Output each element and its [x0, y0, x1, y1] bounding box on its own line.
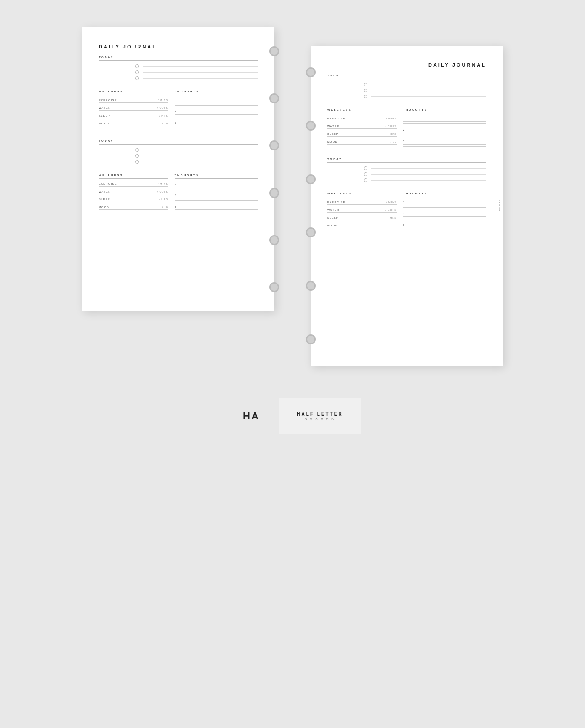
checkbox-line	[371, 168, 486, 169]
thought-item-1: 1	[403, 117, 486, 124]
wellness-row-water: WATER / CUPS	[327, 125, 397, 129]
left-section-1: TODAY WELLNESS	[99, 56, 258, 133]
ring	[306, 121, 316, 131]
thoughts-label: THOUGHTS	[403, 108, 486, 111]
spine-text: FANNA	[499, 200, 501, 212]
checkbox-circle	[364, 166, 367, 170]
checkbox-circle	[364, 178, 367, 182]
left-wellness-1: WELLNESS EXERCISE / MINS WATER / CUPS SL…	[99, 86, 168, 133]
left-page: DAILY JOURNAL TODAY	[82, 27, 274, 311]
right-thoughts-1: THOUGHTS 1 2 3	[403, 104, 486, 151]
thoughts-label: THOUGHTS	[175, 90, 258, 93]
checkbox-circle	[364, 172, 367, 176]
right-section-1: TODAY WELLNESS	[327, 74, 486, 151]
wellness-label: WELLNESS	[327, 192, 397, 195]
wellness-label: WELLNESS	[99, 174, 168, 177]
thoughts-label: THOUGHTS	[175, 174, 258, 177]
checkbox-circle	[135, 148, 139, 152]
ring	[306, 174, 316, 184]
left-two-col-2: WELLNESS EXERCISE / MINS WATER / CUPS SL…	[99, 169, 258, 217]
ring	[269, 188, 279, 198]
thought-item-1: 1	[175, 99, 258, 106]
checkbox-row	[135, 64, 258, 68]
checkbox-line	[143, 78, 258, 79]
checkbox-row	[364, 89, 486, 92]
left-thoughts-2: THOUGHTS 1 2 3	[175, 169, 258, 217]
left-today-checkboxes-1	[99, 64, 258, 80]
ha-label-box: HA	[224, 398, 279, 434]
ring	[306, 334, 316, 344]
left-today-label-2: TODAY	[99, 139, 258, 142]
wellness-label: WELLNESS	[99, 90, 168, 93]
left-wellness-2: WELLNESS EXERCISE / MINS WATER / CUPS SL…	[99, 169, 168, 217]
pages-container: DAILY JOURNAL TODAY	[82, 27, 503, 366]
ring	[269, 140, 279, 150]
right-section-2: TODAY WELLNESS	[327, 158, 486, 235]
thought-item-3: 3	[175, 205, 258, 212]
checkbox-row	[135, 76, 258, 80]
checkbox-row	[135, 160, 258, 164]
wellness-row-sleep: SLEEP / HRS	[327, 133, 397, 137]
checkbox-row	[135, 70, 258, 74]
checkbox-row	[364, 83, 486, 86]
thought-item-2: 2	[403, 212, 486, 219]
ring	[306, 227, 316, 237]
checkbox-circle	[135, 154, 139, 158]
checkbox-line	[143, 72, 258, 73]
checkbox-row	[135, 148, 258, 152]
thought-item-2: 2	[175, 194, 258, 201]
wellness-row-water: WATER / CUPS	[99, 107, 168, 111]
wellness-row-mood: MOOD / 10	[327, 140, 397, 145]
ring	[306, 67, 316, 77]
left-thoughts-1: THOUGHTS 1 2 3	[175, 86, 258, 133]
right-page: DAILY JOURNAL TODAY	[311, 46, 503, 366]
wellness-row-mood: MOOD / 10	[99, 206, 168, 210]
thought-item-1: 1	[403, 201, 486, 208]
ring	[269, 46, 279, 56]
ring	[306, 281, 316, 291]
thought-item-1: 1	[175, 182, 258, 189]
thought-item-2: 2	[403, 128, 486, 135]
thought-item-3: 3	[175, 122, 258, 128]
right-two-col-2: WELLNESS EXERCISE / MINS WATER / CUPS SL…	[327, 187, 486, 235]
right-two-col-1: WELLNESS EXERCISE / MINS WATER / CUPS SL…	[327, 104, 486, 151]
ring	[269, 282, 279, 292]
right-rings	[303, 46, 319, 366]
right-today-label-1: TODAY	[327, 74, 486, 77]
wellness-row-sleep: SLEEP / HRS	[99, 114, 168, 118]
wellness-row-exercise: EXERCISE / MINS	[327, 201, 397, 205]
wellness-label: WELLNESS	[327, 108, 397, 111]
left-today-checkboxes-2	[99, 148, 258, 164]
checkbox-row	[364, 178, 486, 182]
wellness-row-water: WATER / CUPS	[327, 209, 397, 213]
checkbox-line	[371, 96, 486, 97]
size-title: HALF LETTER	[297, 412, 343, 417]
checkbox-circle	[135, 160, 139, 164]
checkbox-line	[371, 91, 486, 91]
right-today-checkboxes-2	[327, 166, 486, 182]
right-today-label-2: TODAY	[327, 158, 486, 161]
checkbox-circle	[135, 70, 139, 74]
size-label-box: HALF LETTER 5.5 X 8.5IN	[279, 398, 361, 434]
wellness-row-sleep: SLEEP / HRS	[99, 198, 168, 202]
wellness-row-exercise: EXERCISE / MINS	[99, 99, 168, 103]
wellness-row-exercise: EXERCISE / MINS	[327, 117, 397, 121]
wellness-row-water: WATER / CUPS	[99, 190, 168, 194]
checkbox-line	[371, 174, 486, 175]
checkbox-row	[135, 154, 258, 158]
checkbox-circle	[364, 89, 367, 92]
wellness-row-mood: MOOD / 10	[99, 122, 168, 126]
checkbox-row	[364, 166, 486, 170]
checkbox-line	[143, 66, 258, 67]
left-section-2: TODAY WELLNESS	[99, 139, 258, 217]
left-today-label-1: TODAY	[99, 56, 258, 59]
wellness-row-mood: MOOD / 10	[327, 224, 397, 228]
ring	[269, 93, 279, 103]
right-wellness-1: WELLNESS EXERCISE / MINS WATER / CUPS SL…	[327, 104, 397, 151]
wellness-row-exercise: EXERCISE / MINS	[99, 182, 168, 187]
checkbox-line	[143, 162, 258, 162]
ha-label: HA	[243, 410, 260, 422]
checkbox-line	[143, 156, 258, 156]
checkbox-line	[371, 180, 486, 181]
right-title: DAILY JOURNAL	[327, 62, 486, 68]
